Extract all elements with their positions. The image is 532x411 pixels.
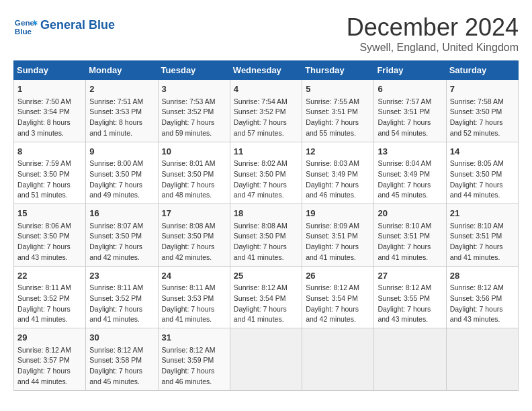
daylight-text: Daylight: 7 hours and 41 minutes.: [162, 305, 215, 324]
sunset-text: Sunset: 3:55 PM: [378, 294, 430, 302]
calendar-cell: 15Sunrise: 8:06 AMSunset: 3:50 PMDayligh…: [14, 204, 86, 267]
calendar-week-row: 15Sunrise: 8:06 AMSunset: 3:50 PMDayligh…: [14, 204, 519, 267]
calendar-cell: 21Sunrise: 8:10 AMSunset: 3:51 PMDayligh…: [446, 204, 518, 267]
day-number: 2: [89, 83, 154, 96]
daylight-text: Daylight: 7 hours and 59 minutes.: [162, 118, 215, 137]
sunrise-text: Sunrise: 7:57 AM: [378, 97, 431, 105]
day-number: 5: [306, 83, 370, 96]
svg-text:Blue: Blue: [15, 27, 32, 36]
sunset-text: Sunset: 3:52 PM: [89, 294, 142, 302]
title-area: December 2024 Sywell, England, United Ki…: [347, 13, 519, 54]
calendar-cell: 9Sunrise: 8:00 AMSunset: 3:50 PMDaylight…: [86, 142, 158, 204]
day-header-tuesday: Tuesday: [158, 61, 230, 80]
sunrise-text: Sunrise: 8:11 AM: [17, 283, 71, 291]
calendar-cell: 17Sunrise: 8:08 AMSunset: 3:50 PMDayligh…: [158, 204, 230, 267]
sunset-text: Sunset: 3:50 PM: [450, 107, 502, 116]
logo-icon: General Blue: [13, 13, 38, 38]
calendar-week-row: 22Sunrise: 8:11 AMSunset: 3:52 PMDayligh…: [14, 266, 519, 328]
sunset-text: Sunset: 3:58 PM: [89, 356, 142, 364]
day-number: 12: [306, 145, 370, 158]
day-number: 18: [234, 207, 298, 220]
sunrise-text: Sunrise: 8:12 AM: [162, 346, 216, 354]
sunset-text: Sunset: 3:50 PM: [89, 170, 142, 178]
sunset-text: Sunset: 3:56 PM: [450, 294, 502, 302]
sunset-text: Sunset: 3:54 PM: [17, 107, 70, 116]
sunset-text: Sunset: 3:52 PM: [162, 107, 214, 116]
sunset-text: Sunset: 3:54 PM: [306, 294, 358, 302]
calendar-week-row: 29Sunrise: 8:12 AMSunset: 3:57 PMDayligh…: [14, 328, 519, 391]
sunrise-text: Sunrise: 8:07 AM: [89, 222, 143, 230]
day-number: 7: [450, 83, 515, 96]
daylight-text: Daylight: 7 hours and 42 minutes.: [162, 242, 215, 261]
day-number: 31: [162, 331, 226, 345]
day-number: 4: [234, 83, 298, 96]
sunset-text: Sunset: 3:52 PM: [234, 107, 286, 116]
logo-general: General: [40, 18, 85, 32]
calendar-cell: 1Sunrise: 7:50 AMSunset: 3:54 PMDaylight…: [14, 80, 86, 142]
day-number: 1: [17, 83, 82, 96]
daylight-text: Daylight: 7 hours and 52 minutes.: [450, 118, 503, 137]
calendar-cell: 3Sunrise: 7:53 AMSunset: 3:52 PMDaylight…: [158, 80, 230, 142]
calendar-week-row: 1Sunrise: 7:50 AMSunset: 3:54 PMDaylight…: [14, 80, 519, 142]
calendar-cell: 2Sunrise: 7:51 AMSunset: 3:53 PMDaylight…: [86, 80, 158, 142]
days-header-row: SundayMondayTuesdayWednesdayThursdayFrid…: [14, 61, 519, 80]
day-number: 28: [450, 269, 515, 283]
sunrise-text: Sunrise: 8:12 AM: [378, 283, 431, 291]
calendar-week-row: 8Sunrise: 7:59 AMSunset: 3:50 PMDaylight…: [14, 142, 519, 204]
sunrise-text: Sunrise: 7:51 AM: [89, 97, 143, 105]
day-number: 23: [89, 269, 154, 283]
sunset-text: Sunset: 3:51 PM: [378, 107, 430, 116]
daylight-text: Daylight: 7 hours and 41 minutes.: [234, 242, 287, 261]
calendar-cell: 12Sunrise: 8:03 AMSunset: 3:49 PMDayligh…: [302, 142, 374, 204]
sunset-text: Sunset: 3:50 PM: [450, 170, 502, 178]
daylight-text: Daylight: 7 hours and 41 minutes.: [89, 305, 142, 324]
calendar-cell: 19Sunrise: 8:09 AMSunset: 3:51 PMDayligh…: [302, 204, 374, 267]
daylight-text: Daylight: 7 hours and 45 minutes.: [89, 367, 142, 385]
calendar-cell: 26Sunrise: 8:12 AMSunset: 3:54 PMDayligh…: [302, 266, 374, 328]
day-number: 3: [162, 83, 226, 96]
sunset-text: Sunset: 3:50 PM: [162, 232, 214, 240]
daylight-text: Daylight: 8 hours and 1 minute.: [89, 118, 142, 137]
day-header-saturday: Saturday: [446, 61, 518, 80]
sunset-text: Sunset: 3:50 PM: [17, 232, 70, 240]
sunrise-text: Sunrise: 8:09 AM: [306, 222, 359, 230]
daylight-text: Daylight: 7 hours and 41 minutes.: [306, 242, 359, 261]
sunrise-text: Sunrise: 8:12 AM: [89, 346, 143, 354]
sunset-text: Sunset: 3:51 PM: [306, 107, 358, 116]
calendar-cell: 20Sunrise: 8:10 AMSunset: 3:51 PMDayligh…: [374, 204, 446, 267]
daylight-text: Daylight: 7 hours and 51 minutes.: [17, 181, 71, 199]
sunset-text: Sunset: 3:53 PM: [89, 107, 142, 116]
daylight-text: Daylight: 7 hours and 41 minutes.: [450, 242, 503, 261]
sunset-text: Sunset: 3:50 PM: [234, 170, 286, 178]
calendar-cell: 24Sunrise: 8:11 AMSunset: 3:53 PMDayligh…: [158, 266, 230, 328]
day-header-wednesday: Wednesday: [230, 61, 302, 80]
daylight-text: Daylight: 7 hours and 41 minutes.: [234, 305, 287, 324]
daylight-text: Daylight: 7 hours and 46 minutes.: [306, 181, 359, 199]
daylight-text: Daylight: 7 hours and 45 minutes.: [378, 181, 431, 199]
sunrise-text: Sunrise: 8:04 AM: [378, 159, 431, 167]
daylight-text: Daylight: 7 hours and 44 minutes.: [17, 367, 71, 385]
day-number: 26: [306, 269, 370, 283]
day-number: 27: [378, 269, 442, 283]
sunrise-text: Sunrise: 7:50 AM: [17, 97, 71, 105]
header: General Blue General Blue December 2024 …: [13, 13, 519, 54]
sunrise-text: Sunrise: 8:00 AM: [89, 159, 143, 167]
calendar-cell: 8Sunrise: 7:59 AMSunset: 3:50 PMDaylight…: [14, 142, 86, 204]
day-number: 19: [306, 207, 370, 220]
calendar-cell: [302, 328, 374, 391]
sunset-text: Sunset: 3:49 PM: [306, 170, 358, 178]
daylight-text: Daylight: 7 hours and 44 minutes.: [450, 181, 503, 199]
calendar-cell: 11Sunrise: 8:02 AMSunset: 3:50 PMDayligh…: [230, 142, 302, 204]
sunrise-text: Sunrise: 8:06 AM: [17, 222, 71, 230]
day-number: 21: [450, 207, 515, 220]
calendar-cell: 4Sunrise: 7:54 AMSunset: 3:52 PMDaylight…: [230, 80, 302, 142]
calendar-cell: 31Sunrise: 8:12 AMSunset: 3:59 PMDayligh…: [158, 328, 230, 391]
calendar-cell: 10Sunrise: 8:01 AMSunset: 3:50 PMDayligh…: [158, 142, 230, 204]
day-header-monday: Monday: [86, 61, 158, 80]
day-number: 24: [162, 269, 226, 283]
day-number: 20: [378, 207, 442, 220]
daylight-text: Daylight: 7 hours and 49 minutes.: [89, 181, 142, 199]
sunset-text: Sunset: 3:51 PM: [306, 232, 358, 240]
day-number: 29: [17, 331, 82, 345]
day-header-thursday: Thursday: [302, 61, 374, 80]
